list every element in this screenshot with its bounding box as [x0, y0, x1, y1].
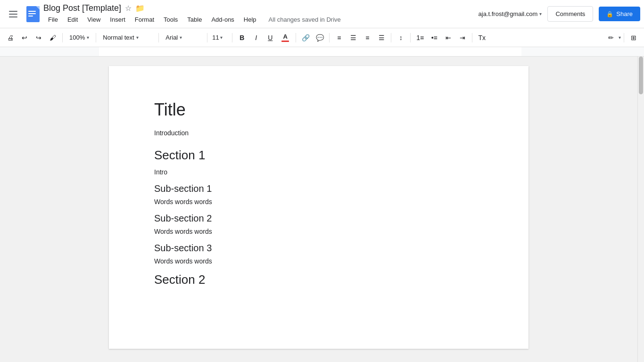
- numbered-list-button[interactable]: 1≡: [413, 31, 427, 44]
- toolbar-divider-9: [410, 33, 411, 42]
- undo-button[interactable]: ↩: [18, 31, 31, 44]
- toolbar-divider-2: [96, 33, 96, 42]
- font-size-value: 11: [212, 34, 219, 41]
- justify-button[interactable]: ☰: [375, 31, 388, 44]
- user-account[interactable]: aja.t.frost@gmail.com ▾: [479, 10, 542, 17]
- font-size-dropdown[interactable]: 11 ▾: [210, 31, 229, 44]
- zoom-value: 100%: [69, 34, 85, 41]
- bulleted-list-button[interactable]: •≡: [428, 31, 441, 44]
- account-dropdown-icon: ▾: [539, 11, 542, 16]
- scrollbar-thumb[interactable]: [639, 57, 643, 94]
- menu-view[interactable]: View: [83, 14, 105, 25]
- subsection1-heading[interactable]: Sub-section 1: [154, 183, 483, 194]
- bold-button[interactable]: B: [235, 31, 248, 44]
- align-right-button[interactable]: ≡: [361, 31, 374, 44]
- menu-table[interactable]: Table: [182, 14, 206, 25]
- toolbar-divider-10: [472, 33, 472, 42]
- app-menu-button[interactable]: [4, 5, 23, 24]
- toolbar-divider-3: [158, 33, 159, 42]
- align-center-button[interactable]: ☰: [347, 31, 360, 44]
- font-dropdown[interactable]: Arial ▾: [162, 31, 204, 44]
- document-main-title[interactable]: Title: [154, 100, 483, 120]
- style-dropdown[interactable]: Normal text ▾: [99, 31, 156, 44]
- share-button[interactable]: 🔒 Share: [599, 7, 640, 21]
- top-right-actions: aja.t.frost@gmail.com ▾ Comments 🔒 Share: [479, 6, 640, 22]
- hamburger-icon: [9, 11, 17, 17]
- document-title-area: Blog Post [Template] ☆ 📁 File Edit View …: [43, 3, 479, 25]
- line-spacing-button[interactable]: ↕: [394, 31, 407, 44]
- menu-insert[interactable]: Insert: [105, 14, 130, 25]
- toolbar-divider-1: [62, 33, 63, 42]
- toolbar-divider-6: [296, 33, 296, 42]
- drawing-button[interactable]: ✏: [604, 31, 618, 44]
- subsection2-body[interactable]: Words words words: [154, 228, 483, 235]
- toolbar-divider-5: [232, 33, 232, 42]
- formatting-options-button[interactable]: ⊞: [627, 31, 640, 44]
- text-color-a: A: [283, 33, 288, 40]
- subsection1-body[interactable]: Words words words: [154, 198, 483, 206]
- menu-format[interactable]: Format: [130, 14, 159, 25]
- ruler-white-area: [99, 47, 521, 56]
- insert-comment-button[interactable]: 💬: [313, 31, 326, 44]
- drawing-dropdown-arrow[interactable]: ▾: [619, 35, 621, 40]
- section1-intro[interactable]: Intro: [154, 168, 483, 176]
- ruler: [0, 47, 644, 57]
- text-color-indicator: [281, 41, 289, 42]
- decrease-indent-button[interactable]: ⇤: [442, 31, 455, 44]
- toolbar-divider-7: [329, 33, 330, 42]
- page-area[interactable]: Title Introduction Section 1 Intro Sub-s…: [0, 57, 637, 362]
- section2-heading[interactable]: Section 2: [154, 272, 483, 287]
- italic-button[interactable]: I: [249, 31, 263, 44]
- insert-link-button[interactable]: 🔗: [299, 31, 312, 44]
- zoom-dropdown[interactable]: 100% ▾: [66, 31, 93, 44]
- increase-indent-button[interactable]: ⇥: [456, 31, 469, 44]
- content-area: Title Introduction Section 1 Intro Sub-s…: [0, 57, 644, 362]
- style-value: Normal text: [103, 34, 134, 41]
- text-color-button[interactable]: A: [278, 31, 293, 44]
- subsection2-heading[interactable]: Sub-section 2: [154, 213, 483, 224]
- font-dropdown-arrow: ▾: [180, 35, 182, 40]
- folder-button[interactable]: 📁: [135, 4, 145, 13]
- font-value: Arial: [165, 34, 178, 41]
- subsection3-body[interactable]: Words words words: [154, 257, 483, 265]
- vertical-scrollbar[interactable]: [637, 57, 644, 362]
- toolbar-divider-11: [624, 33, 624, 42]
- underline-button[interactable]: U: [264, 31, 277, 44]
- menu-help[interactable]: Help: [239, 14, 261, 25]
- lock-icon: 🔒: [606, 11, 613, 17]
- star-button[interactable]: ☆: [125, 4, 132, 13]
- comments-button[interactable]: Comments: [547, 6, 593, 22]
- subsection3-heading[interactable]: Sub-section 3: [154, 243, 483, 254]
- paint-format-button[interactable]: 🖌: [46, 31, 59, 44]
- print-button[interactable]: 🖨: [4, 31, 17, 44]
- top-bar: Blog Post [Template] ☆ 📁 File Edit View …: [0, 0, 644, 28]
- document-intro[interactable]: Introduction: [154, 129, 483, 137]
- docs-app-icon: [26, 6, 40, 22]
- menu-file[interactable]: File: [43, 14, 63, 25]
- redo-button[interactable]: ↪: [32, 31, 45, 44]
- toolbar-divider-8: [391, 33, 391, 42]
- menu-edit[interactable]: Edit: [63, 14, 83, 25]
- share-label: Share: [616, 10, 633, 17]
- toolbar: 🖨 ↩ ↪ 🖌 100% ▾ Normal text ▾ Arial ▾ 11 …: [0, 28, 644, 47]
- style-dropdown-arrow: ▾: [136, 35, 139, 40]
- clear-formatting-button[interactable]: Tx: [475, 31, 488, 44]
- document-title[interactable]: Blog Post [Template]: [43, 3, 121, 13]
- section1-heading[interactable]: Section 1: [154, 148, 483, 163]
- menu-bar: File Edit View Insert Format Tools Table…: [43, 14, 479, 25]
- font-size-dropdown-arrow: ▾: [220, 35, 223, 40]
- menu-tools[interactable]: Tools: [159, 14, 182, 25]
- document-page[interactable]: Title Introduction Section 1 Intro Sub-s…: [109, 66, 528, 349]
- toolbar-divider-4: [207, 33, 207, 42]
- zoom-dropdown-arrow: ▾: [87, 35, 89, 40]
- user-email-text: aja.t.frost@gmail.com: [479, 10, 538, 17]
- save-status: All changes saved in Drive: [269, 16, 341, 23]
- align-left-button[interactable]: ≡: [332, 31, 346, 44]
- menu-addons[interactable]: Add-ons: [206, 14, 239, 25]
